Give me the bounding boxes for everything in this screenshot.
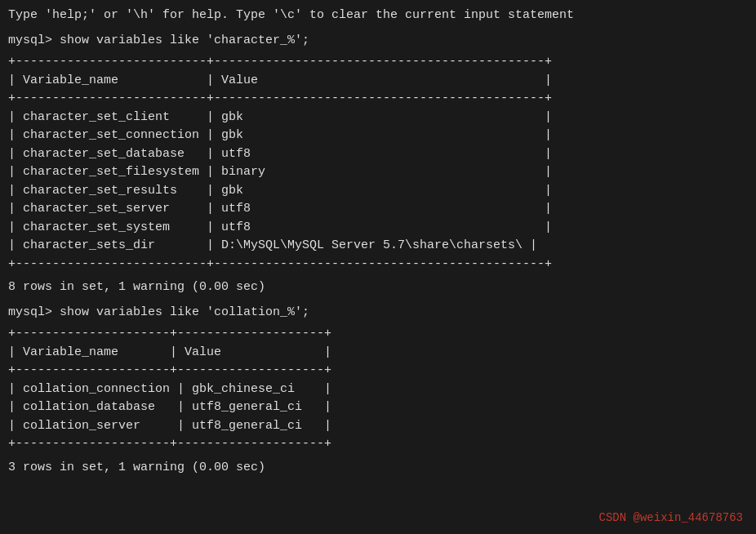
query1-table: +--------------------------+------------… bbox=[8, 53, 748, 274]
query2-prompt: mysql> show variables like 'collation_%'… bbox=[8, 304, 748, 323]
table1-top-border: +--------------------------+------------… bbox=[8, 53, 748, 72]
table1-row-2: | character_set_database | utf8 | bbox=[8, 145, 748, 164]
table2-header: | Variable_name | Value | bbox=[8, 344, 748, 363]
query1-result: 8 rows in set, 1 warning (0.00 sec) bbox=[8, 278, 748, 297]
table2-top-border: +---------------------+-----------------… bbox=[8, 325, 748, 344]
watermark-text: CSDN @weixin_44678763 bbox=[599, 511, 743, 524]
query1-prompt: mysql> show variables like 'character_%'… bbox=[8, 32, 748, 51]
table1-row-3: | character_set_filesystem | binary | bbox=[8, 163, 748, 182]
table1-header: | Variable_name | Value | bbox=[8, 72, 748, 91]
table1-row-7: | character_sets_dir | D:\MySQL\MySQL Se… bbox=[8, 237, 748, 256]
table2-row-0: | collation_connection | gbk_chinese_ci … bbox=[8, 380, 748, 399]
table2-row-2: | collation_server | utf8_general_ci | bbox=[8, 417, 748, 436]
table1-row-5: | character_set_server | utf8 | bbox=[8, 200, 748, 219]
query2-table: +---------------------+-----------------… bbox=[8, 325, 748, 454]
table1-bottom-border: +--------------------------+------------… bbox=[8, 256, 748, 274]
table1-row-4: | character_set_results | gbk | bbox=[8, 182, 748, 201]
table2-sep: +---------------------+-----------------… bbox=[8, 362, 748, 380]
table1-sep: +--------------------------+------------… bbox=[8, 90, 748, 109]
table1-row-6: | character_set_system | utf8 | bbox=[8, 219, 748, 238]
table1-row-1: | character_set_connection | gbk | bbox=[8, 127, 748, 145]
table2-row-1: | collation_database | utf8_general_ci | bbox=[8, 398, 748, 417]
terminal-window: Type 'help;' or '\h' for help. Type '\c'… bbox=[8, 7, 748, 527]
table2-bottom-border: +---------------------+-----------------… bbox=[8, 435, 748, 454]
intro-text: Type 'help;' or '\h' for help. Type '\c'… bbox=[8, 7, 748, 25]
query2-result: 3 rows in set, 1 warning (0.00 sec) bbox=[8, 459, 748, 478]
table1-row-0: | character_set_client | gbk | bbox=[8, 109, 748, 127]
